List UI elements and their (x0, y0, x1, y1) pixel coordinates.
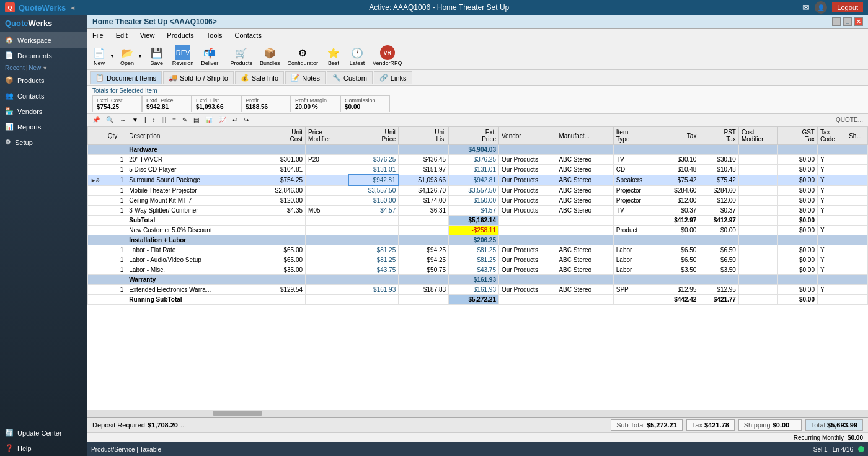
grid-arrow-tool[interactable]: → (117, 115, 128, 125)
col-tax[interactable]: Tax (660, 127, 699, 145)
table-row[interactable]: 1 Labor - Misc. $35.00 $43.75 $50.75 $43… (88, 265, 868, 275)
grid-calc-tool[interactable]: ≡ (170, 115, 179, 125)
new-button-split[interactable]: 📄 New ▼ (90, 43, 117, 68)
col-tax-code[interactable]: TaxCode (817, 127, 846, 145)
col-pst-tax[interactable]: PSTTax (699, 127, 739, 145)
sidebar-item-setup[interactable]: ⚙ Setup (0, 134, 87, 150)
new-dropdown-arrow[interactable]: ▼ (42, 65, 48, 71)
col-qty[interactable]: Qty (105, 127, 126, 145)
update-center-label: Update Center (17, 429, 62, 437)
deliver-button[interactable]: 📬 Deliver (198, 43, 221, 68)
table-row[interactable]: 1 Mobile Theater Projector $2,846.00 $3,… (88, 185, 868, 196)
grid-cols-tool[interactable]: ||| (159, 115, 169, 125)
col-unit-list[interactable]: UnitList (399, 127, 449, 145)
table-row[interactable]: 1 20" TV/VCR $301.00 P20 $376.25 $436.45… (88, 155, 868, 165)
menu-edit[interactable]: Edit (113, 30, 130, 40)
col-item-type[interactable]: ItemType (613, 127, 660, 145)
revision-button[interactable]: REV Revision (169, 43, 197, 68)
recent-link[interactable]: Recent (5, 64, 25, 71)
sidebar-item-help[interactable]: ❓ Help (0, 441, 87, 456)
grid-undo-tool[interactable]: ↩ (230, 115, 240, 125)
shipping-display: Shipping $0.00 ... (738, 419, 802, 431)
best-button[interactable]: ⭐ Best (322, 43, 345, 68)
open-button-main[interactable]: 📂 Open (118, 44, 136, 68)
table-row[interactable]: 1 3-Way Splitter/ Combiner $4.35 M05 $4.… (88, 206, 868, 216)
col-vendor[interactable]: Vendor (498, 127, 556, 145)
col-manuf[interactable]: Manufact... (556, 127, 613, 145)
products-button[interactable]: 🛒 Products (227, 43, 255, 68)
collapse-btn[interactable]: ◄ (69, 4, 76, 11)
open-button-arrow[interactable]: ▼ (136, 44, 144, 68)
grid-pin-tool[interactable]: 📌 (90, 115, 102, 125)
horizontal-scrollbar[interactable] (87, 410, 868, 417)
menu-tools[interactable]: Tools (204, 30, 225, 40)
user-avatar[interactable]: 👤 (815, 1, 827, 14)
col-unit-cost[interactable]: UnitCost (255, 127, 306, 145)
new-button-arrow[interactable]: ▼ (108, 44, 116, 68)
col-unit-price[interactable]: UnitPrice (348, 127, 399, 145)
extd-price-cell: Extd. Price $942.81 (142, 95, 192, 112)
menu-products[interactable]: Products (164, 30, 196, 40)
col-desc[interactable]: Description (126, 127, 255, 145)
discount-label: New Customer 5.0% Discount (126, 226, 255, 235)
col-cost-mod[interactable]: CostModifier (738, 127, 778, 145)
col-gst-tax[interactable]: GSTTax (778, 127, 818, 145)
menu-contacts[interactable]: Contacts (232, 30, 264, 40)
sidebar-item-update-center[interactable]: 🔄 Update Center (0, 425, 87, 441)
table-row[interactable]: 1 Ceiling Mount Kit MT 7 $120.00 $150.00… (88, 196, 868, 206)
col-ext-price[interactable]: Ext.Price (449, 127, 499, 145)
configurator-button[interactable]: ⚙ Configurator (284, 43, 321, 68)
logout-button[interactable]: Logout (832, 2, 863, 12)
tab-document-items[interactable]: 📋 Document Items (90, 71, 162, 84)
grid-edit-tool[interactable]: ✎ (180, 115, 190, 125)
table-row[interactable]: 1 Labor - Flat Rate $65.00 $81.25 $94.25… (88, 245, 868, 255)
grid-align-tool[interactable]: | (142, 115, 149, 125)
grid-refresh-tool[interactable]: ↕ (150, 115, 158, 125)
col-sh[interactable]: Sh... (846, 127, 868, 145)
grid-dropdown-tool[interactable]: ▼ (130, 115, 141, 125)
tab-links[interactable]: 🔗 Links (374, 71, 412, 84)
tab-sale-info[interactable]: 💰 Sale Info (235, 71, 284, 84)
grid-redo-tool[interactable]: ↪ (241, 115, 251, 125)
col-price-mod[interactable]: PriceModifier (306, 127, 348, 145)
grid-chart2-tool[interactable]: 📈 (216, 115, 229, 125)
latest-button[interactable]: 🕐 Latest (346, 43, 368, 68)
menu-file[interactable]: File (90, 30, 106, 40)
grid-search-tool[interactable]: 🔍 (104, 115, 116, 125)
data-table: Qty Description UnitCost PriceModifier U… (87, 126, 868, 305)
save-button[interactable]: 💾 Save (146, 43, 168, 68)
restore-button[interactable]: □ (843, 17, 852, 26)
new-link[interactable]: New (29, 64, 41, 71)
table-row[interactable]: 1 5 Disc CD Player $104.81 $131.01 $151.… (88, 165, 868, 175)
data-table-wrapper[interactable]: Qty Description UnitCost PriceModifier U… (87, 126, 868, 410)
products-label: Products (17, 77, 44, 84)
tab-notes[interactable]: 📝 Notes (285, 71, 326, 84)
total-label: Total (811, 421, 825, 429)
sidebar-item-vendors[interactable]: 🏪 Vendors (0, 103, 87, 119)
bundles-button[interactable]: 📦 Bundles (257, 43, 283, 68)
grid-chart-tool[interactable]: 📊 (203, 115, 215, 125)
menu-view[interactable]: View (138, 30, 157, 40)
section-label: Warranty (126, 275, 255, 285)
minimize-button[interactable]: _ (832, 17, 841, 26)
table-row[interactable]: 1 Labor - Audio/Video Setup $65.00 $81.2… (88, 255, 868, 265)
status-indicator (858, 446, 864, 452)
sidebar-item-contacts[interactable]: 👥 Contacts (0, 88, 87, 103)
sidebar-item-reports[interactable]: 📊 Reports (0, 119, 87, 134)
tab-sold-to-ship-to[interactable]: 🚚 Sold to / Ship to (163, 71, 234, 84)
table-row[interactable]: 1 Extended Electronics Warra... $129.54 … (88, 285, 868, 295)
help-label: Help (17, 445, 32, 452)
best-icon: ⭐ (326, 45, 341, 60)
sidebar-item-products[interactable]: 📦 Products (0, 72, 87, 88)
grid-filter-tool[interactable]: ▤ (191, 115, 202, 125)
open-button-split[interactable]: 📂 Open ▼ (118, 43, 144, 68)
scrollbar-thumb[interactable] (213, 411, 262, 416)
close-button[interactable]: ✕ (854, 17, 863, 26)
sidebar-item-workspace[interactable]: 🏠 Workspace (0, 32, 87, 48)
vendor-rfq-button[interactable]: VR VendorRFQ (370, 43, 405, 68)
deliver-icon: 📬 (202, 45, 217, 60)
sidebar-item-documents[interactable]: 📄 Documents (0, 48, 87, 63)
table-row-selected[interactable]: ►& 1 Surround Sound Package $754.25 $942… (88, 175, 868, 185)
new-button-main[interactable]: 📄 New (91, 44, 108, 68)
tab-custom[interactable]: 🔧 Custom (327, 71, 373, 84)
